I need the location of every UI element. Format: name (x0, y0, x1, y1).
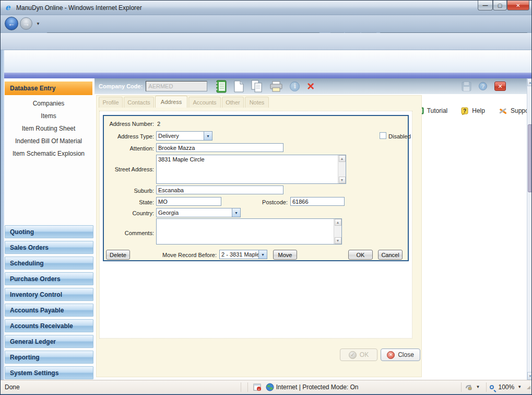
tab-other[interactable]: Other (222, 97, 244, 108)
module-accounts-payable[interactable]: Accounts Payable (5, 304, 93, 317)
new-document-icon (234, 80, 244, 92)
recent-pages-dropdown[interactable]: ▼ (36, 22, 40, 26)
inprivate-dropdown[interactable]: ▼ (476, 385, 480, 389)
country-select[interactable]: Georgia ▼ (156, 208, 241, 217)
address-form: Address Number: 2 Address Type: Delivery… (103, 115, 409, 261)
module-sales-orders[interactable]: Sales Orders (5, 241, 93, 254)
module-reporting[interactable]: Reporting (5, 351, 93, 364)
delete-button[interactable]: Delete (106, 250, 130, 260)
street-scrollbar[interactable]: ▲▼ (338, 155, 346, 183)
inprivate-icon[interactable] (465, 384, 473, 391)
title-bar: e ManuDyn Online - Windows Internet Expl… (1, 1, 532, 15)
delete-record-icon: × (307, 81, 314, 91)
postcode-label: Postcode: (251, 199, 288, 205)
move-record-before-label: Move Record Before: (156, 252, 217, 258)
zone-text: Internet | Protected Mode: On (276, 384, 359, 391)
tab-notes[interactable]: Notes (245, 97, 269, 108)
delete-record-button[interactable]: × (307, 81, 314, 91)
module-scheduling[interactable]: Scheduling (5, 257, 93, 270)
help-link[interactable]: ? Help (461, 107, 485, 115)
address-type-dropdown-icon[interactable]: ▼ (204, 132, 212, 140)
address-number-label: Address Number: (107, 121, 154, 127)
forward-button[interactable]: → (20, 17, 32, 30)
address-book-icon (215, 80, 227, 93)
comments-scrollbar[interactable]: ▲▼ (334, 219, 341, 244)
street-address-textarea[interactable]: 3831 Maple Circle ▲▼ (156, 155, 346, 184)
zoom-level[interactable]: 100% (498, 384, 514, 391)
address-type-select[interactable]: Delivery ▼ (156, 131, 212, 141)
zoom-icon[interactable] (490, 385, 494, 389)
print-record-button[interactable] (270, 81, 282, 92)
app-header: CLOUD CLOUDNINE | DAVID | Log Out Home P… (1, 50, 532, 73)
country-label: Country: (107, 210, 154, 216)
postcode-input[interactable] (290, 197, 345, 206)
minimize-button[interactable]: — (478, 1, 493, 10)
page-error-icon[interactable]: x (253, 384, 262, 391)
copy-record-button[interactable] (251, 80, 263, 92)
sidebar-section-header[interactable]: Database Entry (5, 82, 92, 95)
close-record-icon: ✕ (494, 82, 506, 91)
save-button[interactable] (462, 82, 471, 91)
form-cancel-button[interactable]: Cancel (378, 250, 403, 260)
back-button[interactable]: ← (5, 17, 18, 30)
street-address-label: Street Address: (107, 166, 154, 172)
form-ok-button[interactable]: OK (348, 250, 373, 260)
panel-ok-button[interactable]: ✓ OK (340, 348, 377, 361)
scrollbar-thumb[interactable] (528, 124, 532, 192)
tab-profile[interactable]: Profile (99, 97, 123, 108)
record-help-button[interactable]: ? (479, 82, 487, 90)
attention-input[interactable] (156, 143, 283, 152)
new-record-button[interactable] (234, 80, 244, 92)
close-window-button[interactable]: ✕ (507, 1, 529, 10)
disabled-label: Disabled (388, 133, 411, 140)
tab-contacts[interactable]: Contacts (124, 97, 154, 108)
svg-text:?: ? (463, 108, 466, 114)
maximize-button[interactable]: ▢ (493, 1, 507, 10)
record-toolbar: Company Code: (94, 78, 527, 94)
module-accounts-receivable[interactable]: Accounts Receivable (5, 319, 93, 332)
address-number-value: 2 (157, 121, 160, 127)
internet-zone-icon (266, 383, 274, 391)
status-bar: Done x Internet | Protected Mode: On ▼ 1… (1, 380, 532, 394)
comments-textarea[interactable]: ▲▼ (156, 218, 342, 245)
attention-label: Attention: (107, 145, 154, 152)
close-record-button[interactable]: ✕ (494, 82, 506, 91)
company-code-input[interactable] (146, 81, 207, 91)
sidebar-item-indented-bill-of-material[interactable]: Indented Bill Of Material (4, 137, 93, 145)
country-dropdown-icon[interactable]: ▼ (232, 208, 240, 217)
scroll-up-icon[interactable]: ▲ (527, 78, 532, 86)
disabled-checkbox[interactable] (380, 132, 386, 139)
sidebar-item-item-schematic-explosion[interactable]: Item Schematic Explosion (4, 150, 93, 157)
module-purchase-orders[interactable]: Purchase Orders (5, 272, 93, 285)
sidebar-item-companies[interactable]: Companies (4, 100, 93, 107)
ok-check-icon: ✓ (349, 351, 357, 359)
move-button[interactable]: Move (273, 250, 297, 260)
suburb-input[interactable] (156, 185, 283, 194)
tab-accounts[interactable]: Accounts (188, 97, 221, 108)
module-inventory-control[interactable]: Inventory Control (5, 288, 93, 301)
close-x-icon: ✕ (387, 351, 395, 359)
module-quoting[interactable]: Quoting (5, 225, 93, 238)
move-record-dropdown-icon[interactable]: ▼ (258, 250, 267, 259)
resize-grip[interactable]: ◢ (527, 385, 530, 390)
suburb-label: Suburb: (107, 188, 154, 194)
zoom-dropdown[interactable]: ▼ (517, 385, 522, 389)
scroll-down-icon[interactable]: ▼ (527, 372, 532, 380)
address-book-button[interactable] (215, 80, 227, 93)
state-input[interactable] (156, 197, 221, 206)
browser-window: e ManuDyn Online - Windows Internet Expl… (0, 0, 532, 395)
move-record-select[interactable]: 2 - 3831 Maple Cir ▼ (219, 250, 267, 259)
sidebar-item-item-routing-sheet[interactable]: Item Routing Sheet (4, 125, 93, 132)
panel-close-button[interactable]: ✕ Close (381, 348, 420, 361)
module-general-ledger[interactable]: General Ledger (5, 335, 93, 348)
comments-label: Comments: (107, 230, 154, 236)
sidebar-item-items[interactable]: Items (4, 112, 93, 120)
module-system-settings[interactable]: System Settings (5, 366, 93, 379)
state-label: State: (107, 199, 154, 205)
sidebar: Database Entry Companies Items Item Rout… (4, 78, 94, 380)
navigation-bar: ← → ▼ e http://www.manudyn.com/service/i… (1, 15, 532, 33)
help-question-icon: ? (461, 107, 469, 115)
info-button[interactable]: i (290, 82, 300, 91)
tab-address[interactable]: Address (155, 96, 187, 108)
page-scrollbar[interactable]: ▲ ▼ (527, 78, 532, 380)
